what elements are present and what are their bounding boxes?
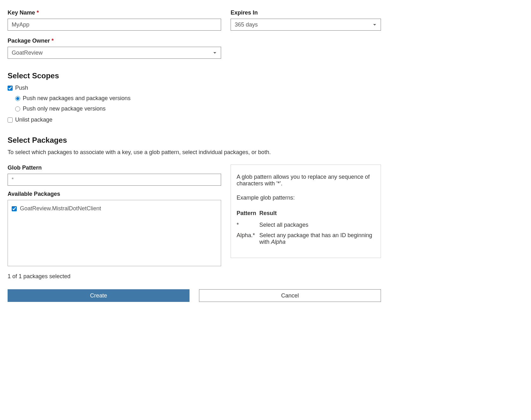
owner-label: Package Owner * xyxy=(8,38,221,44)
available-label: Available Packages xyxy=(8,191,221,197)
push-label: Push xyxy=(15,85,28,91)
pattern-cell: Alpha.* xyxy=(237,230,259,247)
packages-heading: Select Packages xyxy=(8,136,381,145)
push-checkbox[interactable] xyxy=(8,86,13,91)
glob-label: Glob Pattern xyxy=(8,165,221,171)
push-new-label: Push new packages and package versions xyxy=(23,95,130,102)
unlist-checkbox[interactable] xyxy=(8,117,13,123)
expires-select[interactable]: 365 days xyxy=(231,19,381,31)
push-new-radio[interactable] xyxy=(15,96,20,101)
package-checkbox[interactable] xyxy=(12,206,17,211)
owner-select[interactable]: GoatReview xyxy=(8,47,221,59)
push-only-label: Push only new package versions xyxy=(23,105,106,112)
pattern-header: Pattern xyxy=(237,209,259,220)
table-row: Alpha.* Select any package that has an I… xyxy=(237,230,375,247)
required-icon: * xyxy=(37,9,39,16)
result-cell: Select all packages xyxy=(259,220,375,230)
pattern-table: Pattern Result * Select all packages Alp… xyxy=(237,209,375,247)
cancel-button[interactable]: Cancel xyxy=(199,289,381,302)
available-packages-box: GoatReview.MistralDotNetClient xyxy=(8,200,221,266)
help-text-1: A glob pattern allows you to replace any… xyxy=(237,174,375,187)
expires-label: Expires In xyxy=(231,9,381,16)
glob-help-box: A glob pattern allows you to replace any… xyxy=(231,165,381,258)
push-only-radio[interactable] xyxy=(15,106,20,111)
key-name-input[interactable] xyxy=(8,19,221,31)
help-text-2: Example glob patterns: xyxy=(237,195,375,201)
result-header: Result xyxy=(259,209,375,220)
required-icon: * xyxy=(51,38,54,44)
package-count: 1 of 1 packages selected xyxy=(8,273,381,280)
list-item: GoatReview.MistralDotNetClient xyxy=(12,205,217,212)
packages-desc: To select which packages to associate wi… xyxy=(8,149,381,156)
pattern-cell: * xyxy=(237,220,259,230)
result-cell: Select any package that has an ID beginn… xyxy=(259,230,375,247)
key-name-label: Key Name * xyxy=(8,9,221,16)
glob-input[interactable] xyxy=(8,174,221,186)
package-name: GoatReview.MistralDotNetClient xyxy=(20,205,101,212)
table-row: * Select all packages xyxy=(237,220,375,230)
create-button[interactable]: Create xyxy=(8,289,190,302)
scopes-heading: Select Scopes xyxy=(8,71,381,80)
unlist-label: Unlist package xyxy=(15,117,52,123)
